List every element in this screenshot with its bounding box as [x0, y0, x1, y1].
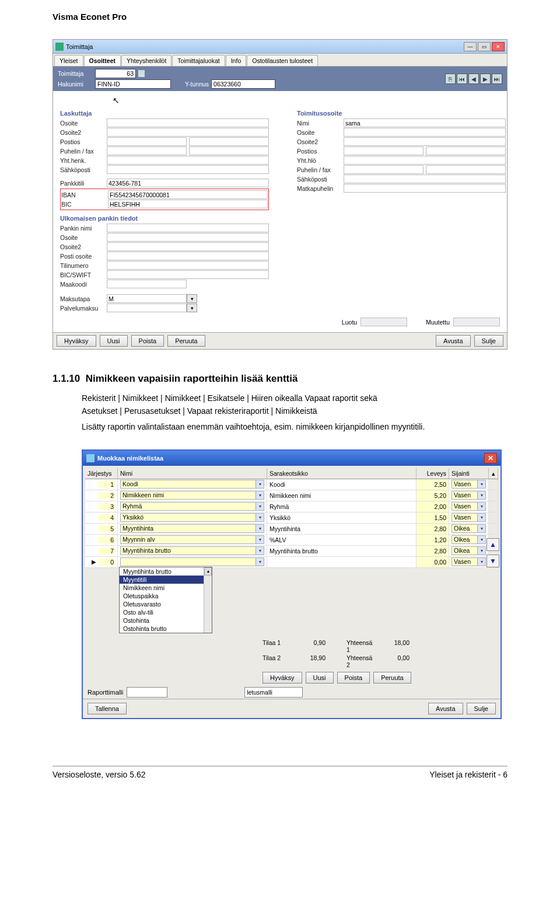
chevron-down-icon[interactable]: ▾: [256, 514, 264, 521]
up-maa-input[interactable]: [107, 280, 187, 288]
palvelumaksu-dd[interactable]: ▾: [187, 304, 197, 312]
chevron-down-icon[interactable]: ▾: [256, 536, 264, 543]
chevron-down-icon[interactable]: ▾: [477, 491, 485, 499]
tab-yleiset[interactable]: Yleiset: [54, 55, 83, 66]
col-sijainti[interactable]: Sijainti: [449, 468, 489, 479]
rap-select-left[interactable]: [127, 687, 167, 698]
t-post2-input[interactable]: [426, 147, 506, 155]
maksutapa-dd[interactable]: ▾: [187, 294, 197, 303]
maximize-button[interactable]: ▭: [478, 42, 491, 51]
minimize-button[interactable]: —: [464, 42, 477, 51]
t-post1-input[interactable]: [344, 147, 424, 155]
dropdown-option[interactable]: Oletuspaikka: [120, 592, 212, 600]
uusi-button[interactable]: Uusi: [100, 335, 128, 347]
next-icon[interactable]: ▶: [480, 74, 491, 84]
poista-button[interactable]: Poista: [131, 335, 164, 347]
chevron-down-icon[interactable]: ▾: [256, 480, 264, 488]
col-leveys[interactable]: Leveys: [416, 468, 449, 479]
tab-yhteyshenkilot[interactable]: Yhteyshenkilöt: [121, 55, 172, 66]
chevron-down-icon[interactable]: ▾: [256, 491, 264, 499]
lookup-button[interactable]: …: [138, 70, 145, 77]
pankkitili-input[interactable]: [107, 179, 269, 187]
tab-info[interactable]: Info: [226, 55, 247, 66]
up-bic-input[interactable]: [107, 270, 269, 279]
dropdown-option[interactable]: Osto alv-tili: [120, 608, 212, 616]
chevron-down-icon[interactable]: ▾: [477, 480, 485, 488]
maksutapa-input[interactable]: [107, 294, 187, 303]
col-nimi[interactable]: Nimi: [118, 468, 267, 479]
t-matka-input[interactable]: [344, 184, 506, 193]
t-osoite-input[interactable]: [344, 128, 506, 137]
t-nimi-input[interactable]: [344, 118, 506, 127]
table-row[interactable]: 7Myyntihinta brutto▾Myyntihinta brutto2,…: [85, 546, 498, 557]
col-sarake[interactable]: Sarakeotsikko: [267, 468, 416, 479]
mid-hyvaksy-button[interactable]: Hyväksy: [262, 672, 302, 684]
tab-ostotilausten[interactable]: Ostotilausten tulosteet: [247, 55, 318, 66]
mid-uusi-button[interactable]: Uusi: [306, 672, 334, 684]
chevron-down-icon[interactable]: ▾: [477, 558, 485, 566]
copy-icon[interactable]: ⎘: [445, 74, 456, 84]
prev-icon[interactable]: ◀: [468, 74, 479, 84]
tab-toimittajaluokat[interactable]: Toimittajaluokat: [172, 55, 225, 66]
up-tili-input[interactable]: [107, 261, 269, 270]
move-up-button[interactable]: ▲: [487, 538, 499, 551]
dropdown-option[interactable]: Nimikkeen nimi: [120, 584, 212, 592]
t-sahko-input[interactable]: [344, 175, 506, 183]
dd-scroll-up-icon[interactable]: ▴: [204, 567, 212, 576]
puh-input[interactable]: [107, 147, 187, 155]
chevron-down-icon[interactable]: ▾: [256, 525, 264, 532]
osoite-input[interactable]: [107, 118, 269, 127]
chevron-down-icon[interactable]: ▾: [256, 547, 264, 555]
toimittaja-input[interactable]: [95, 69, 136, 78]
rap-select-right[interactable]: [244, 687, 303, 698]
scroll-up-icon[interactable]: ▴: [489, 468, 498, 479]
palvelumaksu-input[interactable]: [107, 304, 187, 312]
mid-peruuta-button[interactable]: Peruuta: [373, 672, 411, 684]
close-button[interactable]: ✕: [492, 42, 505, 51]
table-row[interactable]: 1Koodi▾Koodi2,50Vasen▾: [85, 479, 498, 490]
iban-input[interactable]: [108, 190, 268, 199]
dropdown-option[interactable]: Oletusvarasto: [120, 600, 212, 608]
up-osoite2-input[interactable]: [107, 242, 269, 251]
tab-osoitteet[interactable]: Osoitteet: [84, 55, 121, 66]
postios2-input[interactable]: [189, 137, 269, 146]
t-fax-input[interactable]: [426, 165, 506, 174]
col-jarjestys[interactable]: Järjestys: [85, 468, 118, 479]
hakunimi-input[interactable]: [95, 79, 171, 89]
last-icon[interactable]: ⏭: [492, 74, 502, 84]
dropdown-option[interactable]: Ostohinta brutto: [120, 625, 212, 633]
t-yhthlo-input[interactable]: [344, 156, 506, 165]
chevron-down-icon[interactable]: ▾: [477, 536, 485, 543]
first-icon[interactable]: ⏮: [457, 74, 467, 84]
yhthenk-input[interactable]: [107, 156, 269, 165]
move-down-button[interactable]: ▼: [487, 555, 499, 567]
ytunnus-input[interactable]: [211, 79, 275, 89]
hyvaksy-button[interactable]: Hyväksy: [57, 335, 96, 347]
bic-input[interactable]: [108, 200, 268, 208]
table-row[interactable]: 6Myynnin alv▾%ALV1,20Oikea▾: [85, 535, 498, 546]
bottom-sulje-button[interactable]: Sulje: [467, 703, 496, 714]
table-row[interactable]: 3Ryhmä▾Ryhmä2,00Vasen▾: [85, 501, 498, 512]
t-puh-input[interactable]: [344, 165, 424, 174]
peruuta-button[interactable]: Peruuta: [167, 335, 205, 347]
mid-poista-button[interactable]: Poista: [337, 672, 370, 684]
chevron-down-icon[interactable]: ▾: [477, 525, 485, 532]
dropdown-option[interactable]: Myyntihinta brutto: [120, 567, 212, 576]
nimi-dropdown[interactable]: ▴ Myyntihinta bruttoMyyntitiliNimikkeen …: [119, 567, 212, 633]
dlg-close-button[interactable]: ✕: [484, 453, 497, 463]
up-nimi-input[interactable]: [107, 224, 269, 232]
table-row[interactable]: 4Yksikkö▾Yksikkö1,50Vasen▾: [85, 512, 498, 524]
sahkoposti-input[interactable]: [107, 165, 269, 174]
table-row[interactable]: 2Nimikkeen nimi▾Nimikkeen nimi5,20Vasen▾: [85, 490, 498, 501]
dropdown-option[interactable]: Ostohinta: [120, 616, 212, 625]
dropdown-option[interactable]: Myyntitili: [120, 576, 212, 584]
osoite2-input[interactable]: [107, 128, 269, 137]
t-osoite2-input[interactable]: [344, 137, 506, 146]
sulje-button[interactable]: Sulje: [474, 335, 503, 347]
chevron-down-icon[interactable]: ▾: [477, 514, 485, 521]
up-osoite-input[interactable]: [107, 233, 269, 242]
chevron-down-icon[interactable]: ▾: [256, 503, 264, 510]
chevron-down-icon[interactable]: ▾: [256, 558, 264, 566]
chevron-down-icon[interactable]: ▾: [477, 547, 485, 555]
fax-input[interactable]: [189, 147, 269, 155]
